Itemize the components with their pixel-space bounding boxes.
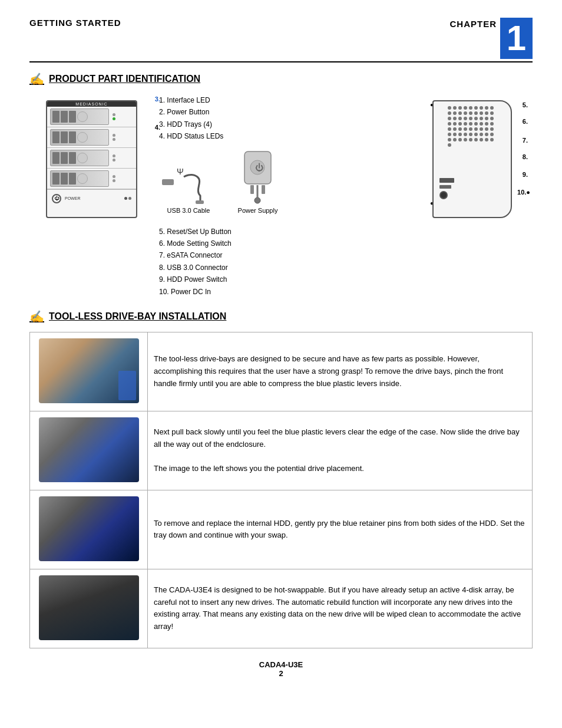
header-left-title: GETTING STARTED	[29, 18, 121, 28]
install-text-cell-4: The CADA-U3E4 is designed to be hot-swap…	[148, 569, 533, 648]
footer-model: CADA4-U3E	[29, 660, 533, 669]
install-image-2	[39, 417, 139, 482]
callout-1: 1. Interface LED	[159, 94, 223, 106]
bottom-controls: ⏻ POWER	[47, 189, 136, 207]
brand-label: MEDIASONIC	[47, 101, 136, 107]
rear-label-9: 9.	[523, 171, 528, 178]
front-enclosure-diagram: 1. 2. 3. 4. MEDIASONIC	[29, 94, 153, 218]
rear-box	[432, 100, 512, 218]
install-row-1: The tool-less drive-bays are designed to…	[30, 332, 533, 411]
middle-callout-area: 1. Interface LED 2. Power Button 3. HDD …	[153, 94, 427, 298]
page-header: GETTING STARTED CHAPTER 1	[29, 18, 533, 62]
rear-dot-grid	[443, 101, 502, 151]
install-image-cell-3	[30, 490, 148, 569]
rear-label-5: 5.	[523, 101, 528, 108]
install-image-cell-4	[30, 569, 148, 648]
section-icon: ✍	[29, 72, 44, 86]
power-supply-label: Power Supply	[238, 207, 278, 214]
callout-9: 9. HDD Power Switch	[159, 274, 232, 285]
page-footer: CADA4-U3E 2	[29, 660, 533, 678]
rear-enclosure-diagram: 5. 6. 7. 8. 9. 10.● ● ●	[427, 94, 533, 218]
svg-rect-1	[196, 200, 204, 204]
callout-2: 2. Power Button	[159, 106, 223, 118]
svg-text:⏻: ⏻	[255, 163, 263, 172]
svg-rect-2	[162, 179, 174, 185]
callout-10: 10. Power DC In	[159, 286, 232, 298]
label-4: 4.	[155, 124, 160, 131]
callout-5: 5. Reset/Set Up Button	[159, 226, 232, 238]
tray-3	[47, 148, 136, 169]
install-image-1	[39, 338, 139, 403]
rear-label-8: 8.	[523, 153, 528, 160]
chapter-number: 1	[500, 18, 533, 59]
section2-title: ✍ TOOL-LESS DRIVE-BAY INSTALLATION	[29, 309, 533, 324]
install-text-cell-2: Next pull back slowly until you feel the…	[148, 411, 533, 490]
callout-8: 8. USB 3.0 Connector	[159, 262, 232, 274]
callout-4: 4. HDD Status LEDs	[159, 130, 223, 142]
tray-4	[47, 169, 136, 189]
tray-2	[47, 127, 136, 148]
section1-title: ✍ PRODUCT PART IDENTIFICATION	[29, 72, 533, 86]
product-part-area: 1. 2. 3. 4. MEDIASONIC	[29, 94, 533, 298]
install-image-3	[39, 496, 139, 561]
install-image-cell-1	[30, 332, 148, 411]
install-row-2: Next pull back slowly until you feel the…	[30, 411, 533, 490]
label-3: 3.	[155, 95, 160, 103]
rear-label-6: 6.	[523, 118, 528, 125]
svg-point-6	[254, 197, 260, 203]
install-image-cell-2	[30, 411, 148, 490]
power-supply-drawing: ⏻	[236, 149, 280, 205]
usb-power-row: Ψ USB 3.0 Cable	[159, 149, 280, 214]
usb-cable-area: Ψ USB 3.0 Cable	[159, 166, 218, 214]
install-text-cell-1: The tool-less drive-bays are designed to…	[148, 332, 533, 411]
header-right: CHAPTER 1	[449, 18, 533, 59]
svg-rect-5	[262, 185, 265, 194]
tray-1	[47, 107, 136, 127]
usb-cable-label: USB 3.0 Cable	[167, 207, 210, 214]
power-label-text: POWER	[65, 196, 80, 200]
toolless-section: ✍ TOOL-LESS DRIVE-BAY INSTALLATION The t…	[29, 309, 533, 648]
rear-ports	[439, 178, 454, 199]
power-supply-area: ⏻ Power Supply	[236, 149, 280, 214]
callout-6: 6. Mode Setting Switch	[159, 238, 232, 249]
rear-label-10: 10.●	[517, 189, 530, 196]
install-image-4	[39, 575, 139, 640]
callout-7: 7. eSATA Connector	[159, 249, 232, 261]
callouts-bottom: 5. Reset/Set Up Button 6. Mode Setting S…	[159, 226, 232, 298]
install-row-3: To remove and replace the internal HDD, …	[30, 490, 533, 569]
usb-cable-drawing: Ψ	[159, 166, 218, 205]
callouts-top: 1. Interface LED 2. Power Button 3. HDD …	[159, 94, 223, 143]
svg-text:Ψ: Ψ	[177, 167, 184, 176]
footer-page: 2	[29, 669, 533, 678]
rear-label-7: 7.	[523, 137, 528, 144]
power-button-symbol: ⏻	[52, 194, 61, 203]
install-row-4: The CADA-U3E4 is designed to be hot-swap…	[30, 569, 533, 648]
svg-rect-4	[250, 185, 254, 194]
product-section: ✍ PRODUCT PART IDENTIFICATION 1. 2. 3. 4…	[29, 72, 533, 298]
install-text-cell-3: To remove and replace the internal HDD, …	[148, 490, 533, 569]
section2-icon: ✍	[29, 309, 44, 324]
chapter-label: CHAPTER	[449, 18, 497, 29]
callout-3: 3. HDD Trays (4)	[159, 118, 223, 130]
install-table: The tool-less drive-bays are designed to…	[29, 332, 533, 648]
